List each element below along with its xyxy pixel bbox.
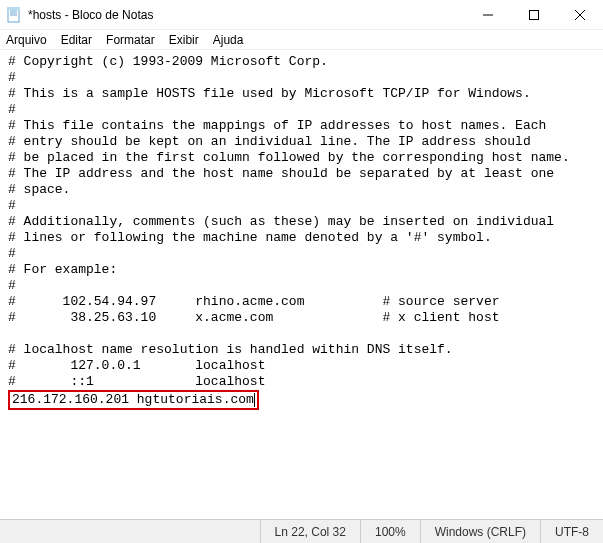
status-zoom: 100% [360,520,420,543]
titlebar: *hosts - Bloco de Notas [0,0,603,30]
editor-line: # 38.25.63.10 x.acme.com # x client host [8,310,499,325]
editor-line: # The IP address and the host name shoul… [8,166,554,181]
close-button[interactable] [557,0,603,30]
menu-edit[interactable]: Editar [61,33,92,47]
window-controls [465,0,603,29]
notepad-icon [6,7,22,23]
editor-line: # 102.54.94.97 rhino.acme.com # source s… [8,294,499,309]
text-cursor [254,393,255,407]
editor-line: # [8,70,16,85]
editor-line: # This is a sample HOSTS file used by Mi… [8,86,531,101]
maximize-button[interactable] [511,0,557,30]
editor-line: # [8,278,16,293]
menu-file[interactable]: Arquivo [6,33,47,47]
editor-line: # localhost name resolution is handled w… [8,342,453,357]
editor-line: # 127.0.0.1 localhost [8,358,265,373]
editor-line: # lines or following the machine name de… [8,230,492,245]
text-editor[interactable]: # Copyright (c) 1993-2009 Microsoft Corp… [0,50,603,519]
editor-line: # Copyright (c) 1993-2009 Microsoft Corp… [8,54,328,69]
editor-line: # [8,246,16,261]
window-title: *hosts - Bloco de Notas [28,8,465,22]
editor-line: # This file contains the mappings of IP … [8,118,546,133]
highlighted-text: 216.172.160.201 hgtutoriais.com [12,392,254,407]
editor-line: # [8,198,16,213]
editor-line: # Additionally, comments (such as these)… [8,214,554,229]
menu-help[interactable]: Ajuda [213,33,244,47]
editor-line: # space. [8,182,70,197]
status-encoding: UTF-8 [540,520,603,543]
editor-line: # For example: [8,262,117,277]
menu-view[interactable]: Exibir [169,33,199,47]
statusbar: Ln 22, Col 32 100% Windows (CRLF) UTF-8 [0,519,603,543]
svg-rect-6 [530,11,539,20]
menubar: Arquivo Editar Formatar Exibir Ajuda [0,30,603,50]
status-position: Ln 22, Col 32 [260,520,360,543]
editor-line: # entry should be kept on an individual … [8,134,531,149]
status-line-ending: Windows (CRLF) [420,520,540,543]
editor-line: # be placed in the first column followed… [8,150,570,165]
editor-line: # ::1 localhost [8,374,265,389]
highlighted-entry: 216.172.160.201 hgtutoriais.com [8,390,259,410]
menu-format[interactable]: Formatar [106,33,155,47]
svg-rect-4 [7,7,20,10]
editor-line: # [8,102,16,117]
minimize-button[interactable] [465,0,511,30]
